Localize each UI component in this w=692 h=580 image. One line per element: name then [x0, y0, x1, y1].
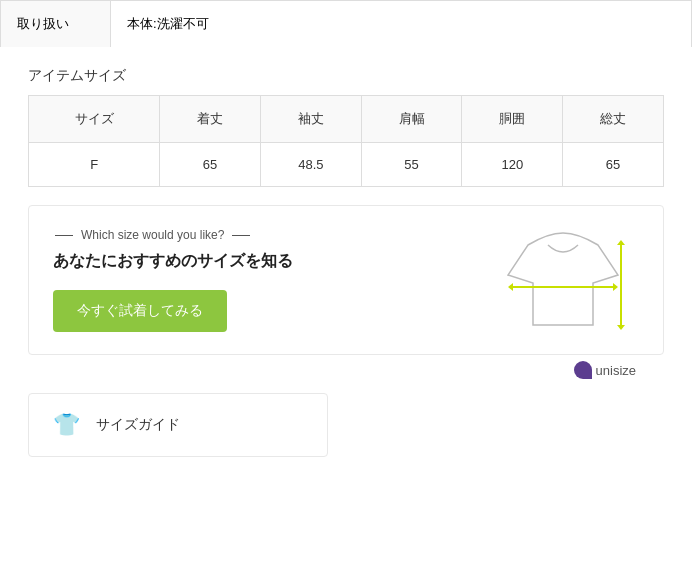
table-header-row: サイズ 着丈 袖丈 肩幅 胴囲 総丈 — [29, 96, 664, 143]
size-guide-box[interactable]: 👕 サイズガイド — [28, 393, 328, 457]
cell-sodedake: 48.5 — [260, 143, 361, 187]
cell-sodake: 65 — [563, 143, 664, 187]
subtitle-text: Which size would you like? — [81, 228, 224, 242]
cell-kittake: 65 — [160, 143, 261, 187]
tshirt-icon: 👕 — [53, 412, 80, 438]
unisize-banner: Which size would you like? あなたにおすすめのサイズを… — [28, 205, 664, 355]
unisize-subtitle: Which size would you like? — [53, 228, 639, 242]
unisize-logo: unisize — [574, 361, 636, 379]
cell-dou: 120 — [462, 143, 563, 187]
col-katahaba: 肩幅 — [361, 96, 462, 143]
section-title: アイテムサイズ — [28, 67, 664, 85]
col-dou: 胴囲 — [462, 96, 563, 143]
unisize-logo-text: unisize — [596, 363, 636, 378]
handling-value: 本体:洗濯不可 — [111, 1, 691, 47]
col-sodake: 総丈 — [563, 96, 664, 143]
unisize-banner-content: Which size would you like? あなたにおすすめのサイズを… — [53, 228, 639, 332]
handling-label: 取り扱い — [1, 1, 111, 47]
table-row: F 65 48.5 55 120 65 — [29, 143, 664, 187]
col-kittake: 着丈 — [160, 96, 261, 143]
col-sodedake: 袖丈 — [260, 96, 361, 143]
unisize-logo-area: unisize — [0, 361, 664, 379]
subtitle-dash-left — [55, 235, 73, 236]
cell-katahaba: 55 — [361, 143, 462, 187]
col-size: サイズ — [29, 96, 160, 143]
subtitle-dash-right — [232, 235, 250, 236]
size-guide-label: サイズガイド — [96, 416, 180, 434]
unisize-title: あなたにおすすめのサイズを知る — [53, 250, 639, 272]
unisize-try-button[interactable]: 今すぐ試着してみる — [53, 290, 227, 332]
handling-row: 取り扱い 本体:洗濯不可 — [0, 0, 692, 47]
unisize-logo-icon — [574, 361, 592, 379]
size-table: サイズ 着丈 袖丈 肩幅 胴囲 総丈 F 65 48.5 55 120 65 — [28, 95, 664, 187]
cell-size: F — [29, 143, 160, 187]
page-container: 取り扱い 本体:洗濯不可 アイテムサイズ サイズ 着丈 袖丈 肩幅 胴囲 総丈 … — [0, 0, 692, 457]
